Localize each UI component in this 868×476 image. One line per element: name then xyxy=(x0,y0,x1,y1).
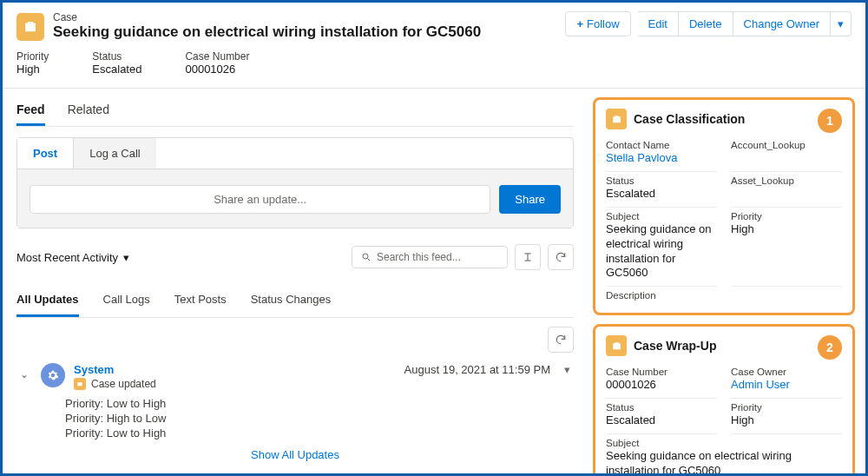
status-label: Status xyxy=(92,50,141,63)
follow-label: Follow xyxy=(587,17,620,30)
refresh-feed-button[interactable] xyxy=(548,327,574,353)
feed-item-timestamp: August 19, 2021 at 11:59 PM xyxy=(404,363,550,376)
feed-item-changes: Priority: Low to High Priority: High to … xyxy=(65,397,570,440)
status-value: Escalated xyxy=(606,413,717,428)
casenum-field: Case Number 00001026 xyxy=(606,365,717,399)
description-field: Description xyxy=(606,288,842,306)
composer-tab-post[interactable]: Post xyxy=(17,138,74,169)
case-owner-field: Case Owner Admin User xyxy=(731,365,842,399)
filter-icon xyxy=(522,251,534,263)
subtab-text-posts[interactable]: Text Posts xyxy=(174,289,227,317)
refresh-icon xyxy=(555,251,567,263)
composer-input[interactable]: Share an update... xyxy=(30,185,490,214)
change-owner-button[interactable]: Change Owner xyxy=(733,11,831,36)
asset-lookup-field: Asset_Lookup xyxy=(731,174,842,208)
svg-point-0 xyxy=(363,254,368,259)
account-lookup-value xyxy=(731,151,842,166)
system-avatar xyxy=(41,363,65,387)
status-field: Status Escalated xyxy=(606,400,717,434)
composer-tab-log-call[interactable]: Log a Call xyxy=(74,138,156,169)
change-value: Low to High xyxy=(107,426,167,440)
feed-tools: Most Recent Activity ▾ Search this feed.… xyxy=(16,244,574,270)
priority-label: Priority xyxy=(731,211,842,221)
casenum-label: Case Number xyxy=(185,50,249,63)
status-field: Status Escalated xyxy=(606,174,717,208)
casenum-label: Case Number xyxy=(606,367,717,377)
change-value: Low to High xyxy=(107,397,167,410)
refresh-icon xyxy=(555,334,567,346)
priority-value: High xyxy=(731,413,842,428)
priority-label: Priority xyxy=(16,50,49,63)
refresh-button[interactable] xyxy=(548,244,574,270)
record-header: Case Seeking guidance on electrical wiri… xyxy=(3,3,865,49)
feed-tools-right: Search this feed... xyxy=(352,244,574,270)
contact-name-label: Contact Name xyxy=(606,140,717,150)
priority-value: High xyxy=(731,222,842,237)
follow-button[interactable]: +Follow xyxy=(565,11,630,36)
case-icon xyxy=(16,13,44,41)
gear-icon xyxy=(47,369,59,381)
panel-title: Case Wrap-Up xyxy=(634,339,716,353)
body: Feed Related Post Log a Call Share an up… xyxy=(3,89,865,473)
primary-tabs: Feed Related xyxy=(16,97,574,127)
filter-button[interactable] xyxy=(515,244,541,270)
search-icon xyxy=(361,252,372,262)
more-actions-button[interactable]: ▾ xyxy=(831,11,852,36)
status-value: Escalated xyxy=(92,63,141,76)
asset-lookup-value xyxy=(731,187,842,202)
tab-feed[interactable]: Feed xyxy=(16,97,45,126)
asset-lookup-label: Asset_Lookup xyxy=(731,175,842,186)
sort-label: Most Recent Activity xyxy=(16,251,118,264)
contact-name-value[interactable]: Stella Pavlova xyxy=(606,151,717,166)
subtab-all-updates[interactable]: All Updates xyxy=(16,289,79,317)
case-classification-panel: 1 Case Classification Contact Name Stell… xyxy=(593,97,855,315)
casenum-value: 00001026 xyxy=(185,63,249,76)
priority-field: Priority High xyxy=(731,209,842,288)
feed-filter-tabs: All Updates Call Logs Text Posts Status … xyxy=(16,289,574,318)
change-label: Priority: xyxy=(65,426,103,440)
sort-menu[interactable]: Most Recent Activity ▾ xyxy=(16,251,129,264)
case-owner-value[interactable]: Admin User xyxy=(731,378,842,393)
collapse-toggle[interactable]: ⌄ xyxy=(20,368,32,380)
change-label: Priority: xyxy=(65,412,103,425)
change-value: High to Low xyxy=(107,412,167,425)
status-value: Escalated xyxy=(606,187,717,202)
description-label: Description xyxy=(606,290,842,301)
composer-row: Share an update... Share xyxy=(17,169,573,228)
case-icon xyxy=(606,335,627,356)
subject-field: Subject Seeking guidance on electrical w… xyxy=(606,436,842,473)
account-lookup-field: Account_Lookup xyxy=(731,138,842,172)
header-left: Case Seeking guidance on electrical wiri… xyxy=(16,11,481,41)
header-actions: +Follow Edit Delete Change Owner ▾ xyxy=(565,11,852,36)
status-field: Status Escalated xyxy=(92,50,141,76)
feed-item-subtitle: Case updated xyxy=(91,378,156,390)
composer-tabs: Post Log a Call xyxy=(17,138,573,169)
status-label: Status xyxy=(606,402,717,413)
search-feed-placeholder: Search this feed... xyxy=(377,251,461,263)
refresh-row xyxy=(16,327,574,353)
delete-button[interactable]: Delete xyxy=(679,11,733,36)
composer: Post Log a Call Share an update... Share xyxy=(16,137,574,228)
case-wrapup-panel: 2 Case Wrap-Up Case Number 00001026 Case… xyxy=(593,324,855,473)
case-owner-label: Case Owner xyxy=(731,367,842,377)
priority-field: Priority High xyxy=(731,400,842,434)
casenum-value: 00001026 xyxy=(606,378,717,393)
callout-badge-1: 1 xyxy=(818,109,842,133)
record-title: Seeking guidance on electrical wiring in… xyxy=(53,23,481,41)
show-all-updates: Show All Updates xyxy=(20,448,570,461)
priority-value: High xyxy=(16,63,49,76)
case-icon xyxy=(74,378,86,390)
header-fields: Priority High Status Escalated Case Numb… xyxy=(3,49,865,89)
feed-item-menu[interactable]: ▾ xyxy=(564,363,570,376)
subject-value: Seeking guidance on electrical wiring in… xyxy=(606,449,842,473)
subtab-call-logs[interactable]: Call Logs xyxy=(103,289,150,317)
feed-item: ⌄ System Case updated August 19, 2021 at… xyxy=(16,361,574,466)
edit-button[interactable]: Edit xyxy=(638,11,679,36)
search-feed-input[interactable]: Search this feed... xyxy=(352,246,508,268)
subject-value: Seeking guidance on electrical wiring in… xyxy=(606,222,717,281)
tab-related[interactable]: Related xyxy=(68,97,109,126)
share-button[interactable]: Share xyxy=(499,185,561,214)
feed-item-author[interactable]: System xyxy=(74,363,396,376)
show-all-link[interactable]: Show All Updates xyxy=(251,448,339,461)
subtab-status-changes[interactable]: Status Changes xyxy=(251,289,332,317)
